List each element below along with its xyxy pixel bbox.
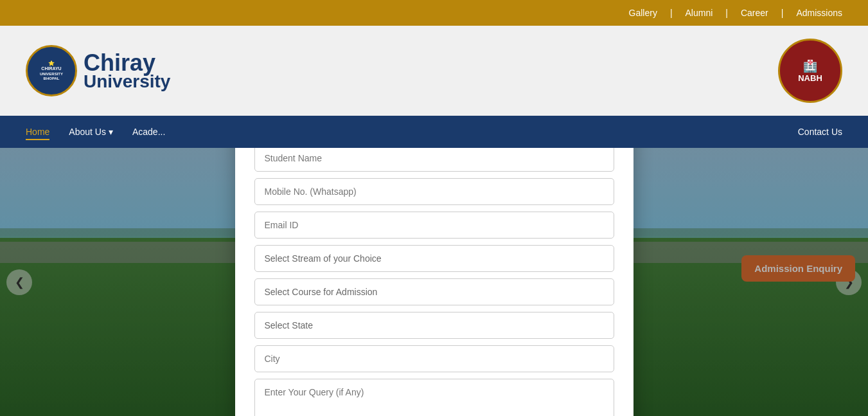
header: ⭐ CHIRAYU UNIVERSITY BHOPAL Chiray Unive… bbox=[0, 26, 868, 116]
chevron-down-icon: ▾ bbox=[109, 127, 113, 137]
nav-home[interactable]: Home bbox=[26, 123, 49, 140]
separator2: | bbox=[725, 8, 728, 18]
city-input[interactable] bbox=[254, 345, 614, 372]
course-select[interactable]: Select Course for Admission bbox=[254, 278, 614, 305]
nav-bar: Home About Us ▾ Acade... Contact Us bbox=[0, 116, 868, 148]
main-content: ❮ ❯ Admission Enquiry ADMISSION FORM, 20… bbox=[0, 148, 868, 416]
logo-area: ⭐ CHIRAYU UNIVERSITY BHOPAL Chiray Unive… bbox=[26, 45, 170, 96]
university-name2: University bbox=[84, 71, 170, 92]
university-logo: ⭐ CHIRAYU UNIVERSITY BHOPAL bbox=[26, 45, 77, 96]
separator1: | bbox=[670, 8, 673, 18]
separator3: | bbox=[781, 8, 784, 18]
topbar-alumni-link[interactable]: Alumni bbox=[686, 8, 713, 18]
student-name-input[interactable] bbox=[254, 148, 614, 172]
email-input[interactable] bbox=[254, 212, 614, 239]
query-textarea[interactable] bbox=[254, 379, 614, 417]
nav-academics[interactable]: Acade... bbox=[132, 123, 165, 140]
top-bar: Gallery | Alumni | Career | Admissions bbox=[0, 0, 868, 26]
stream-select[interactable]: Select Stream of your Choice bbox=[254, 245, 614, 272]
topbar-career-link[interactable]: Career bbox=[741, 8, 768, 18]
nav-contact-us[interactable]: Contact Us bbox=[798, 123, 842, 140]
topbar-gallery-link[interactable]: Gallery bbox=[629, 8, 657, 18]
university-name-block: Chiray University bbox=[84, 50, 170, 92]
admission-form-modal: ADMISSION FORM, 2025-26 Select Stream of… bbox=[235, 148, 633, 416]
nabh-logo: 🏥 NABH bbox=[778, 39, 842, 103]
mobile-input[interactable] bbox=[254, 178, 614, 205]
nav-about-us[interactable]: About Us ▾ bbox=[69, 123, 113, 140]
state-select[interactable]: Select State bbox=[254, 312, 614, 339]
modal-overlay: ADMISSION FORM, 2025-26 Select Stream of… bbox=[0, 148, 868, 416]
topbar-admissions-link[interactable]: Admissions bbox=[796, 8, 842, 18]
